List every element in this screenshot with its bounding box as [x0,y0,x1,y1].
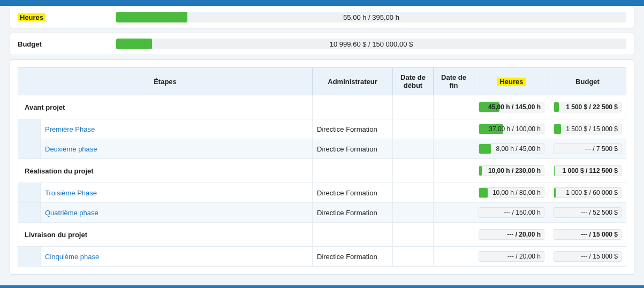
progress-bar: --- / 20,00 h [479,229,544,240]
progress-bar: --- / 52 500 $ [554,207,622,218]
progress-bar: 8,00 h / 45,00 h [479,143,544,154]
group-row: Réalisation du projet10,00 h / 230,00 h1… [18,159,626,183]
step-admin: Directice Formation [313,139,393,159]
step-name: Cinquième phase [41,247,313,267]
step-date-debut [393,247,434,267]
table-row: Troisième PhaseDirectice Formation10,00 … [18,183,626,203]
steps-table: Étapes Administrateur Date de début Date… [18,67,626,267]
steps-table-card: Étapes Administrateur Date de début Date… [10,59,634,275]
progress-bar: --- / 7 500 $ [554,143,622,154]
table-row: Cinquième phaseDirectice Formation--- / … [18,247,626,267]
step-link[interactable]: Cinquième phase [45,253,99,261]
group-name: Réalisation du projet [18,159,313,183]
group-row: Avant projet45,00 h / 145,00 h1 500 $ / … [18,95,626,119]
step-admin: Directice Formation [313,119,393,139]
progress-bar: --- / 15 000 $ [554,229,622,240]
progress-bar: 37,00 h / 100,00 h [479,124,544,134]
step-link[interactable]: Deuxième phase [45,145,97,153]
progress-bar: 10,00 h / 230,00 h [479,165,544,176]
progress-bar: 10,00 h / 80,00 h [479,187,544,198]
indent-cell [18,119,41,139]
summary-budget-progress: 10 999,60 $ / 150 000,00 $ [116,39,626,49]
table-row: Quatrième phaseDirectice Formation--- / … [18,203,626,223]
step-name: Première Phase [41,119,313,139]
progress-bar: 45,00 h / 145,00 h [479,102,544,112]
progress-bar: 1 500 $ / 15 000 $ [554,124,622,134]
progress-bar: --- / 150,00 h [479,207,544,218]
progress-bar: 1 500 $ / 22 500 $ [554,102,622,112]
step-admin: Directice Formation [313,203,393,223]
step-name: Troisième Phase [41,183,313,203]
progress-bar: --- / 15 000 $ [554,251,622,262]
summary-heures-label: Heures [18,13,109,21]
step-date-fin [434,139,474,159]
step-date-debut [393,119,434,139]
step-admin: Directice Formation [313,247,393,267]
group-row: Livraison du projet--- / 20,00 h--- / 15… [18,223,626,247]
col-date-fin: Date de fin [434,68,474,95]
step-link[interactable]: Première Phase [45,125,95,133]
step-date-fin [434,203,474,223]
col-heures: Heures [474,68,549,95]
table-row: Première PhaseDirectice Formation37,00 h… [18,119,626,139]
summary-heures-progress: 55,00 h / 395,00 h [116,12,626,22]
step-date-fin [434,183,474,203]
col-etapes: Étapes [18,68,313,95]
step-date-debut [393,203,434,223]
indent-cell [18,139,41,159]
indent-cell [18,203,41,223]
col-date-debut: Date de début [393,68,434,95]
group-name: Livraison du projet [18,223,313,247]
step-date-debut [393,183,434,203]
step-name: Quatrième phase [41,203,313,223]
step-name: Deuxième phase [41,139,313,159]
progress-bar: 1 000 $ / 60 000 $ [554,187,622,198]
summary-budget-card: Budget 10 999,60 $ / 150 000,00 $ [10,33,634,55]
step-date-fin [434,247,474,267]
group-name: Avant projet [18,95,313,119]
table-row: Deuxième phaseDirectice Formation8,00 h … [18,139,626,159]
progress-bar: 1 000 $ / 112 500 $ [554,165,622,176]
step-link[interactable]: Quatrième phase [45,209,99,217]
step-date-fin [434,119,474,139]
col-budget: Budget [549,68,626,95]
summary-budget-label: Budget [18,40,109,48]
step-date-debut [393,139,434,159]
indent-cell [18,183,41,203]
summary-heures-card: Heures 55,00 h / 395,00 h [10,6,634,28]
col-admin: Administrateur [313,68,393,95]
step-link[interactable]: Troisième Phase [45,189,97,197]
step-admin: Directice Formation [313,183,393,203]
indent-cell [18,247,41,267]
progress-bar: --- / 20,00 h [479,251,544,262]
